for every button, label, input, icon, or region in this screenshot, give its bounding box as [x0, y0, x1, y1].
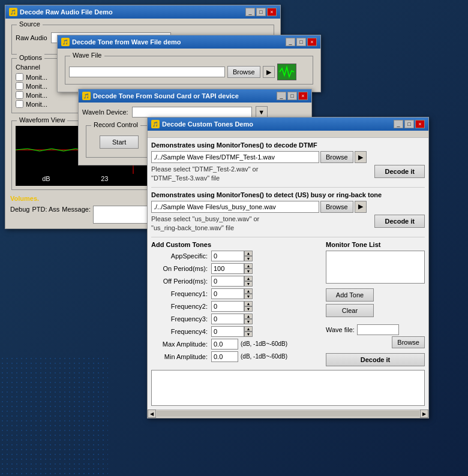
max-amp-row: Max Amplitude: (dB, -1dB~-60dB)	[151, 339, 321, 350]
min-amp-input[interactable]	[211, 351, 238, 362]
win3-minimize-btn[interactable]: _	[277, 92, 286, 100]
section1-hint: Please select "DTMF_Test-2.wav" or "DTMF…	[151, 165, 258, 183]
win4-maximize-btn[interactable]: □	[404, 120, 414, 128]
app-specific-down[interactable]: ▼	[244, 256, 253, 261]
section2-play-btn[interactable]: ▶	[355, 201, 367, 213]
monitor-row-4: Monit...	[16, 100, 47, 108]
monitor-cb-2[interactable]	[16, 82, 23, 90]
section1-play-btn[interactable]: ▶	[355, 151, 367, 163]
min-amp-hint: (dB, -1dB~-60dB)	[241, 353, 287, 360]
debug-label: Debug	[10, 206, 29, 213]
freq3-down[interactable]: ▼	[244, 319, 253, 324]
ptd-label: PTD: Ass	[32, 206, 59, 213]
freq1-row: Frequency1: ▲ ▼	[151, 288, 321, 299]
section1-browse-btn[interactable]: Browse	[320, 151, 353, 163]
scroll-track[interactable]	[157, 411, 419, 417]
freq3-up[interactable]: ▲	[244, 314, 253, 319]
section2-decode-btn[interactable]: Decode it	[374, 215, 425, 228]
win2-maximize-btn[interactable]: □	[296, 38, 306, 46]
section1-decode-btn[interactable]: Decode it	[374, 165, 425, 178]
wave-file-play-btn[interactable]: ▶	[263, 66, 275, 78]
win1-maximize-btn[interactable]: □	[256, 8, 266, 16]
on-period-input[interactable]	[211, 263, 244, 274]
win3-maximize-btn[interactable]: □	[287, 92, 297, 100]
freq1-down[interactable]: ▼	[244, 294, 253, 299]
win1-close-btn[interactable]: ×	[267, 8, 277, 16]
on-period-down[interactable]: ▼	[244, 269, 253, 274]
win4-scrollbar-top[interactable]	[148, 131, 428, 138]
win4-close-btn[interactable]: ×	[415, 120, 425, 128]
freq3-input[interactable]	[211, 314, 244, 324]
off-period-input[interactable]	[211, 276, 244, 287]
right-panel: Monitor Tone List Add Tone Clear Wave fi…	[326, 241, 425, 366]
wavein-dropdown-btn[interactable]: ▼	[256, 106, 268, 118]
monitor-cb-4[interactable]	[16, 100, 23, 108]
scroll-left-btn[interactable]: ◀	[148, 409, 156, 418]
wave-file-input[interactable]	[357, 324, 399, 335]
on-period-label: On Period(ms):	[151, 265, 211, 272]
wave-file-label: Wave file:	[326, 326, 355, 333]
monitor-label-3: Monit...	[26, 92, 47, 99]
win3-title: Decode Tone From Sound Card or TAPI devi…	[93, 92, 239, 100]
custom-tones-title: Add Custom Tones	[151, 241, 321, 248]
win1-title: Decode Raw Audio File Demo	[20, 8, 113, 16]
scroll-right-btn[interactable]: ▶	[420, 409, 428, 418]
wave-file-browse-btn[interactable]: Browse	[227, 66, 260, 78]
win1-minimize-btn[interactable]: _	[245, 8, 255, 16]
off-period-row: Off Period(ms): ▲ ▼	[151, 276, 321, 287]
freq4-down[interactable]: ▼	[244, 332, 253, 337]
monitor-row-2: Monit...	[16, 82, 47, 90]
off-period-down[interactable]: ▼	[244, 281, 253, 287]
section2-browse-btn[interactable]: Browse	[320, 201, 353, 213]
win4-minimize-btn[interactable]: _	[394, 120, 403, 128]
monitor-cb-3[interactable]	[16, 91, 23, 99]
monitor-label-1: Monit...	[26, 74, 47, 81]
add-tone-btn[interactable]: Add Tone	[326, 288, 374, 302]
freq4-up[interactable]: ▲	[244, 326, 253, 332]
section2-file-input[interactable]	[151, 201, 319, 213]
section2: Demonstrates using MonitorTones() to det…	[151, 187, 425, 233]
wavein-device-input[interactable]	[132, 107, 252, 118]
wavein-device-label: WaveIn Device:	[82, 109, 128, 116]
freq2-up[interactable]: ▲	[244, 301, 253, 306]
win2-title: Decode Tone from Wave File demo	[72, 38, 181, 46]
max-amp-input[interactable]	[211, 339, 238, 350]
freq2-down[interactable]: ▼	[244, 306, 253, 312]
on-period-row: On Period(ms): ▲ ▼	[151, 263, 321, 274]
source-label: Source	[17, 20, 43, 28]
wave-file-browse-btn[interactable]: Browse	[392, 336, 425, 348]
monitor-cb-1[interactable]	[16, 73, 23, 81]
on-period-up[interactable]: ▲	[244, 263, 253, 269]
win4-title-bar[interactable]: 🎵 Decode Custom Tones Demo _ □ ×	[148, 118, 428, 131]
section1-file-input[interactable]	[151, 151, 319, 163]
monitor-row-3: Monit...	[16, 91, 47, 99]
win3-icon: 🎵	[82, 92, 91, 100]
win3-close-btn[interactable]: ×	[298, 92, 308, 100]
app-specific-input[interactable]	[211, 251, 244, 261]
output-area	[151, 370, 425, 406]
win3-title-bar[interactable]: 🎵 Decode Tone From Sound Card or TAPI de…	[79, 89, 311, 103]
win4-scrollbar-bottom[interactable]: ◀ ▶	[148, 409, 428, 418]
volumes-label: Volumes.	[10, 195, 39, 202]
freq1-up[interactable]: ▲	[244, 288, 253, 294]
decode-btn[interactable]: Decode it	[326, 353, 425, 366]
wave-file-input[interactable]	[69, 67, 225, 77]
freq2-row: Frequency2: ▲ ▼	[151, 301, 321, 312]
max-amp-label: Max Amplitude:	[151, 341, 211, 348]
freq4-input[interactable]	[211, 326, 244, 337]
section2-hint: Please select "us_busy_tone.wav" or "us_…	[151, 215, 259, 233]
win2-decode-wave: 🎵 Decode Tone from Wave File demo _ □ × …	[57, 35, 321, 92]
freq2-input[interactable]	[211, 301, 244, 312]
meter-23-label: 23	[101, 175, 108, 182]
win2-title-bar[interactable]: 🎵 Decode Tone from Wave File demo _ □ ×	[58, 35, 320, 49]
app-specific-up[interactable]: ▲	[244, 251, 253, 256]
start-btn[interactable]: Start	[100, 135, 139, 149]
win2-minimize-btn[interactable]: _	[286, 38, 295, 46]
win1-title-bar[interactable]: 🎵 Decode Raw Audio File Demo _ □ ×	[5, 5, 280, 19]
custom-tones-section: Add Custom Tones AppSpecific: ▲ ▼	[151, 237, 425, 406]
min-amp-label: Min Amplitude:	[151, 353, 211, 360]
freq1-input[interactable]	[211, 288, 244, 299]
clear-btn[interactable]: Clear	[326, 304, 374, 317]
win2-close-btn[interactable]: ×	[307, 38, 317, 46]
off-period-up[interactable]: ▲	[244, 276, 253, 281]
